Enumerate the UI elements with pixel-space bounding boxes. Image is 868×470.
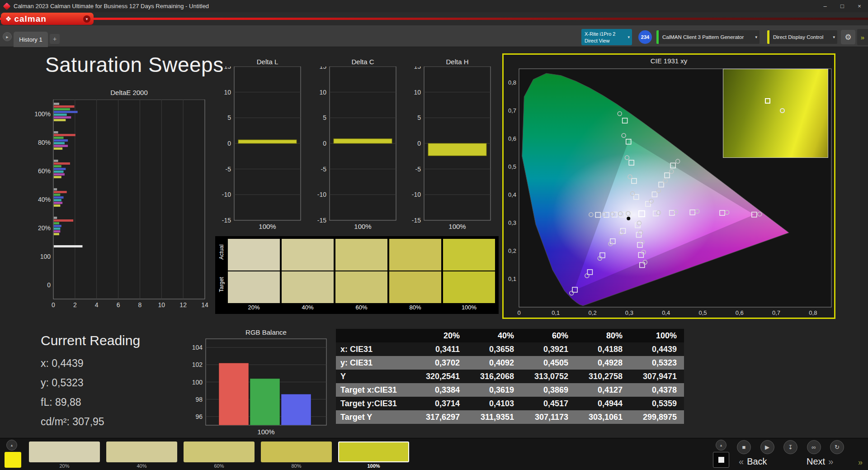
calman-menu-button[interactable]: ▾ (83, 15, 90, 23)
loop-button[interactable]: ∞ (807, 440, 821, 454)
tab-history-1[interactable]: History 1 (14, 32, 48, 47)
delta-h-chart: Delta H 151050-5-10-15 100% (399, 57, 495, 233)
target-swatch-40% (282, 271, 334, 303)
svg-text:20%: 20% (38, 224, 51, 232)
svg-text:8: 8 (138, 301, 142, 309)
delta-l-title: Delta L (234, 58, 301, 66)
svg-text:4: 4 (95, 301, 99, 309)
toolbar-overflow-button[interactable]: » (857, 29, 868, 45)
tab-scroll-button[interactable]: ▸ (3, 32, 12, 41)
table-row: Target x:CIE310,33840,36190,38690,41270,… (336, 383, 684, 397)
maximize-button[interactable]: □ (834, 0, 851, 12)
table-row-label: y: CIE31 (336, 356, 413, 370)
svg-text:10: 10 (224, 89, 231, 96)
target-swatch-80% (389, 271, 441, 303)
back-button[interactable]: « Back (739, 456, 767, 467)
table-value-cell: 0,4439 (630, 342, 684, 356)
pattern-swatch-color (184, 442, 255, 462)
svg-text:0,8: 0,8 (809, 309, 817, 316)
target-swatch-60% (335, 271, 387, 303)
next-button[interactable]: Next » (807, 456, 833, 467)
svg-text:40%: 40% (38, 196, 51, 203)
table-value-cell: 0,3869 (521, 383, 576, 397)
table-value-cell: 310,2758 (576, 370, 630, 383)
table-value-cell: 0,4188 (576, 342, 630, 356)
table-value-cell: 0,4944 (576, 397, 630, 410)
expand-left-button[interactable]: ▴ (6, 440, 17, 451)
pattern-swatch-color (261, 442, 332, 462)
svg-text:0,1: 0,1 (508, 275, 516, 282)
chevron-down-icon: ▾ (833, 35, 835, 39)
meter-count-badge[interactable]: 234 (638, 30, 652, 44)
pattern-swatch-label: 80% (261, 463, 332, 469)
svg-text:0: 0 (47, 281, 51, 289)
delta-c-title: Delta C (330, 58, 396, 66)
svg-text:5: 5 (227, 114, 231, 121)
minimize-button[interactable]: – (816, 0, 834, 12)
bottom-overflow-chevron[interactable]: » (858, 458, 863, 467)
svg-text:0: 0 (323, 140, 326, 147)
delta-h-xlabel: 100% (424, 223, 491, 230)
table-value-cell: 303,1061 (576, 410, 630, 424)
svg-text:15: 15 (224, 66, 231, 70)
svg-text:0,8: 0,8 (508, 79, 516, 86)
current-reading-cdm2: cd/m²: 307,95 (41, 412, 140, 432)
svg-text:0,3: 0,3 (625, 309, 633, 316)
pattern-color-indicator[interactable] (5, 452, 21, 468)
gear-icon: ⚙ (844, 33, 851, 42)
svg-text:-5: -5 (321, 166, 327, 173)
pattern-swatch-20%[interactable]: 20% (29, 442, 100, 469)
svg-text:0,2: 0,2 (589, 309, 597, 316)
pattern-swatch-40%[interactable]: 40% (106, 442, 177, 469)
pattern-window-button[interactable] (713, 452, 729, 468)
swatch-column-40%: 40% (282, 239, 334, 312)
display-control-selector[interactable]: Direct Display Control ▾ (767, 30, 837, 44)
table-row: y: CIE310,37020,40920,45050,49280,5323 (336, 356, 684, 370)
table-value-cell: 0,3702 (413, 356, 467, 370)
rgb-balance-xlabel: 100% (206, 428, 326, 436)
results-table: 20%40%60%80%100%x: CIE310,34110,36580,39… (336, 329, 684, 424)
actual-row-label: Actual (218, 238, 225, 266)
chevron-left-icon: « (739, 456, 744, 467)
window-title: Calman 2023 Calman Ultimate for Business… (14, 3, 816, 9)
pattern-swatch-100%[interactable]: 100% (338, 442, 409, 469)
delta-c-xlabel: 100% (330, 223, 396, 230)
meter-selector[interactable]: X-Rite i1Pro 2 Direct View ▾ (581, 29, 632, 45)
swatch-column-label: 20% (228, 303, 280, 312)
current-reading-y: y: 0,5323 (41, 373, 140, 393)
pattern-swatch-color (338, 442, 409, 462)
add-tab-button[interactable]: + (50, 34, 60, 44)
svg-text:0: 0 (517, 309, 520, 316)
expand-right-button[interactable]: ▴ (716, 440, 726, 451)
refresh-button[interactable]: ↻ (830, 440, 844, 454)
rgb-balance-chart: RGB Balance 1041021009896 100% (180, 328, 330, 439)
table-value-cell: 317,6297 (413, 410, 467, 424)
table-value-cell: 0,3658 (467, 342, 521, 356)
calman-logo-menu[interactable]: ❖ calman ▾ (1, 13, 94, 25)
save-button[interactable]: ↧ (783, 440, 797, 454)
table-value-cell: 0,4517 (521, 397, 576, 410)
play-button[interactable]: ▶ (760, 440, 774, 454)
cie-zoom-inset (723, 69, 828, 158)
meter-name: X-Rite i1Pro 2 (585, 31, 625, 38)
pattern-swatch-80%[interactable]: 80% (261, 442, 332, 469)
svg-text:-10: -10 (222, 191, 231, 198)
table-row: Target y:CIE310,37140,41030,45170,49440,… (336, 397, 684, 410)
table-value-cell: 0,3714 (413, 397, 467, 410)
svg-text:0,6: 0,6 (508, 135, 516, 142)
delta-l-plot: 151050-5-10-15 (209, 66, 305, 231)
svg-text:-15: -15 (222, 217, 231, 224)
stop-button[interactable]: ■ (737, 440, 751, 454)
settings-button[interactable]: ⚙ (841, 30, 855, 44)
close-button[interactable]: × (851, 0, 868, 12)
pattern-generator-selector[interactable]: CalMAN Client 3 Pattern Generator ▾ (656, 30, 760, 44)
bottom-bar: ▴ 20%40%60%80%100% ▴ ■▶↧∞↻ « Back Next »… (0, 438, 868, 470)
table-value-cell: 0,5323 (630, 356, 684, 370)
pattern-generator-label: CalMAN Client 3 Pattern Generator (662, 34, 744, 40)
svg-text:0: 0 (52, 301, 55, 309)
svg-text:10: 10 (414, 89, 421, 96)
svg-text:12: 12 (179, 301, 187, 309)
table-row: Target Y317,6297311,9351307,1173303,1061… (336, 410, 684, 424)
pattern-swatch-60%[interactable]: 60% (184, 442, 255, 469)
svg-text:5: 5 (417, 114, 421, 121)
